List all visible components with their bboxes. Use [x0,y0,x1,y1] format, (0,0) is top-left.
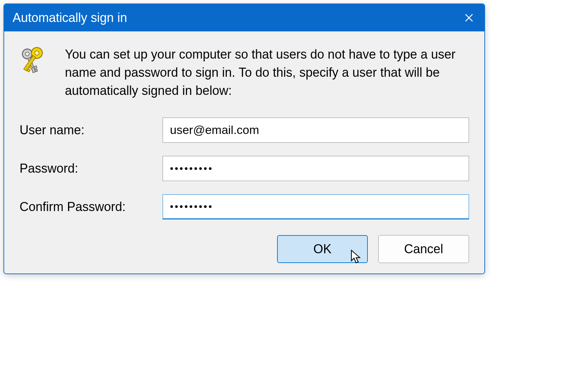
form-row-username: User name: [20,118,469,143]
button-row: OK Cancel [20,235,469,263]
confirm-password-input[interactable] [163,194,469,219]
dialog-content: You can set up your computer so that use… [4,31,484,273]
confirm-password-label: Confirm Password: [20,200,163,214]
dialog-title: Automatically sign in [13,10,127,25]
titlebar: Automatically sign in [4,4,484,31]
close-button[interactable] [462,11,476,25]
username-label: User name: [20,123,163,137]
svg-rect-5 [34,66,37,69]
dialog-description: You can set up your computer so that use… [65,45,469,100]
info-row: You can set up your computer so that use… [20,45,469,100]
password-input[interactable] [163,156,469,181]
username-input[interactable] [163,118,469,143]
svg-rect-6 [35,69,38,72]
password-label: Password: [20,161,163,176]
auto-signin-dialog: Automatically sign in [3,3,485,274]
form-row-password: Password: [20,156,469,181]
close-icon [464,13,474,23]
ok-button[interactable]: OK [277,235,368,263]
cancel-button[interactable]: Cancel [378,235,469,263]
form-row-confirm: Confirm Password: [20,194,469,219]
keys-icon [20,45,54,80]
